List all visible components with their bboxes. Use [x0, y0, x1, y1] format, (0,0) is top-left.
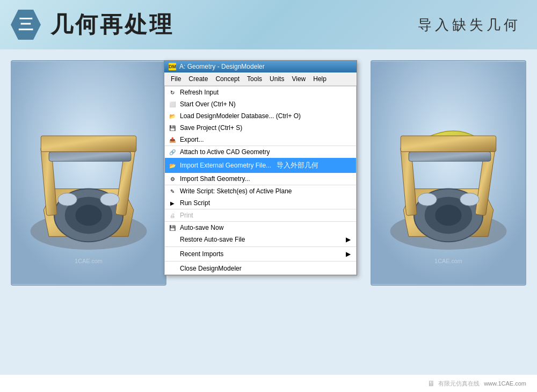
menu-item-recent-imports[interactable]: Recent Imports ▶	[165, 248, 356, 260]
main-container: 三 几何再处理 导入缺失几何	[0, 0, 537, 392]
menu-item-auto-save[interactable]: 💾 Auto-save Now	[165, 222, 356, 234]
auto-save-label: Auto-save Now	[180, 224, 223, 231]
write-script-label: Write Script: Sketch(es) of Active Plane	[180, 187, 292, 195]
separator-2	[165, 261, 356, 262]
menu-item-write-script[interactable]: ✎ Write Script: Sketch(es) of Active Pla…	[165, 185, 356, 197]
restore-auto-save-label: Restore Auto-save File	[180, 236, 245, 243]
dropdown-menu: ↻ Refresh Input ⬜ Start Over (Ctrl+ N) 📂…	[164, 86, 357, 275]
svg-rect-0	[12, 62, 165, 284]
footer: 🖥 有限元仿真在线 www.1CAE.com	[0, 375, 537, 392]
restore-icon	[168, 235, 177, 244]
restore-arrow: ▶	[335, 236, 351, 243]
menu-item-save-project[interactable]: 💾 Save Project (Ctrl+ S)	[165, 122, 356, 134]
watermark: 🖥 有限元仿真在线	[427, 379, 480, 388]
recent-imports-label: Recent Imports	[180, 250, 223, 258]
titlebar-title: A: Geometry - DesignModeler	[179, 63, 265, 70]
menu-window: DM A: Geometry - DesignModeler File Crea…	[164, 60, 357, 275]
cad-image-left: 1CAE.com	[11, 60, 166, 286]
menu-file[interactable]: File	[168, 74, 184, 84]
watermark-text1: 有限元仿真在线	[438, 380, 480, 388]
menu-help[interactable]: Help	[310, 74, 330, 84]
step-number: 三	[18, 14, 33, 35]
header-left: 三 几何再处理	[11, 10, 174, 40]
separator-1	[165, 246, 356, 247]
menu-item-close-dm[interactable]: Close DesignModeler	[165, 263, 356, 274]
header-subtitle: 导入缺失几何	[418, 16, 521, 34]
content-area: 1CAE.com DM A: Geometry - DesignModeler …	[0, 49, 537, 375]
svg-rect-9	[41, 136, 136, 152]
menu-item-import-external[interactable]: 📂 Import External Geometry File... 导入外部几…	[165, 158, 356, 173]
menu-concept[interactable]: Concept	[212, 74, 243, 84]
header-title: 几何再处理	[50, 10, 174, 40]
recent-icon	[168, 250, 177, 258]
menu-item-restore-auto-save[interactable]: Restore Auto-save File ▶	[165, 234, 356, 245]
menu-units[interactable]: Units	[266, 74, 287, 84]
export-icon: 📤	[168, 135, 177, 144]
svg-text:1CAE.com: 1CAE.com	[75, 258, 103, 264]
auto-save-icon: 💾	[168, 223, 177, 232]
step-badge: 三	[11, 10, 41, 40]
menu-item-print: 🖨 Print	[165, 209, 356, 222]
svg-point-10	[58, 193, 77, 206]
load-db-label: Load DesignModeler Database... (Ctrl+ O)	[180, 112, 301, 120]
menu-view[interactable]: View	[288, 74, 309, 84]
svg-text:1CAE.com: 1CAE.com	[434, 258, 462, 264]
run-script-label: Run Script	[180, 199, 210, 207]
refresh-icon: ↻	[168, 88, 177, 97]
menubar: File Create Concept Tools Units View Hel…	[164, 72, 357, 86]
menu-titlebar: DM A: Geometry - DesignModeler	[164, 61, 357, 72]
watermark-icon: 🖥	[427, 379, 435, 388]
header: 三 几何再处理 导入缺失几何	[0, 0, 537, 49]
svg-rect-21	[409, 152, 491, 162]
import-overlay-label: 导入外部几何	[273, 160, 322, 171]
import-shaft-label: Import Shaft Geometry...	[180, 175, 250, 183]
attach-cad-label: Attach to Active CAD Geometry	[180, 148, 270, 156]
titlebar-icon: DM	[169, 63, 176, 70]
svg-rect-8	[49, 152, 131, 162]
run-script-icon: ▶	[168, 199, 177, 207]
menu-create[interactable]: Create	[185, 74, 211, 84]
menu-tools[interactable]: Tools	[244, 74, 265, 84]
svg-point-18	[435, 205, 461, 226]
print-icon: 🖨	[168, 211, 177, 220]
recent-imports-arrow: ▶	[335, 250, 351, 258]
import-external-icon: 📂	[168, 161, 177, 170]
menu-item-refresh-input[interactable]: ↻ Refresh Input	[165, 86, 356, 98]
svg-point-24	[460, 193, 480, 206]
menu-item-export[interactable]: 📤 Export...	[165, 134, 356, 146]
start-over-label: Start Over (Ctrl+ N)	[180, 100, 236, 108]
load-db-icon: 📂	[168, 112, 177, 120]
close-dm-icon	[168, 264, 177, 273]
start-over-icon: ⬜	[168, 100, 177, 108]
menu-item-run-script[interactable]: ▶ Run Script	[165, 197, 356, 209]
menu-item-start-over[interactable]: ⬜ Start Over (Ctrl+ N)	[165, 98, 356, 110]
save-project-label: Save Project (Ctrl+ S)	[180, 124, 242, 132]
svg-rect-13	[372, 62, 525, 284]
svg-point-23	[418, 193, 437, 206]
svg-rect-22	[401, 136, 496, 152]
export-label: Export...	[180, 136, 204, 143]
cad-image-right: 1CAE.com	[371, 60, 526, 286]
refresh-input-label: Refresh Input	[180, 89, 219, 96]
menu-item-import-shaft[interactable]: ⚙ Import Shaft Geometry...	[165, 173, 356, 185]
watermark-text2: www.1CAE.com	[484, 380, 526, 387]
write-script-icon: ✎	[168, 187, 177, 195]
save-icon: 💾	[168, 124, 177, 132]
svg-point-5	[75, 205, 101, 226]
print-label: Print	[180, 212, 193, 219]
import-external-label: Import External Geometry File...	[180, 162, 271, 169]
attach-icon: 🔗	[168, 148, 177, 156]
svg-point-11	[100, 193, 120, 206]
import-shaft-icon: ⚙	[168, 175, 177, 183]
menu-item-load-db[interactable]: 📂 Load DesignModeler Database... (Ctrl+ …	[165, 110, 356, 122]
close-dm-label: Close DesignModeler	[180, 265, 242, 272]
menu-item-attach-cad[interactable]: 🔗 Attach to Active CAD Geometry	[165, 146, 356, 158]
